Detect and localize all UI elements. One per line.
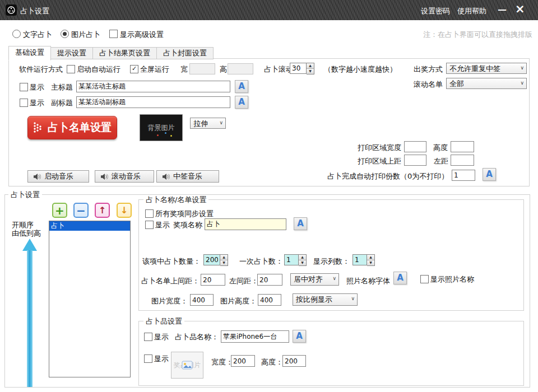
screen-height-input[interactable]: [228, 63, 253, 74]
tab-result-page-settings[interactable]: 占卜结果页设置: [93, 47, 157, 59]
prize-name-font-button[interactable]: A: [294, 217, 307, 230]
columns-input[interactable]: [353, 254, 367, 265]
prize-image-width-input[interactable]: [231, 355, 255, 367]
prize-image-button[interactable]: 奖品图片: [171, 352, 203, 379]
spin-down-icon[interactable]: ▼: [299, 260, 306, 265]
print-left-label: 左距: [434, 156, 448, 166]
spin-down-icon[interactable]: ▼: [220, 260, 228, 265]
spin-up-icon[interactable]: ▲: [220, 255, 228, 260]
sync-all-checkbox[interactable]: [145, 209, 154, 218]
show-main-title-checkbox[interactable]: [20, 83, 28, 91]
thumb-speck: [170, 135, 172, 137]
scroll-speed-input[interactable]: [290, 63, 307, 74]
set-password-menu[interactable]: 设置密码: [421, 6, 450, 16]
dots-arrow-icon: [33, 121, 43, 134]
show-prize-name-label[interactable]: 显示: [155, 220, 170, 230]
tab-hint-settings[interactable]: 提示设置: [51, 47, 93, 59]
tab-basic-settings[interactable]: 基础设置: [8, 46, 51, 60]
fullscreen-label[interactable]: 全屏运行: [140, 64, 169, 74]
show-photo-name-label[interactable]: 显示照片名称: [430, 274, 474, 284]
image-width-input[interactable]: [190, 294, 214, 306]
name-list-settings-button[interactable]: 占卜名单设置: [27, 116, 117, 139]
move-up-button[interactable]: ↑: [95, 203, 110, 218]
prize-item-group-legend: 占卜品设置: [143, 316, 184, 326]
background-image-thumbnail[interactable]: 背景图片: [140, 114, 183, 141]
minimize-button[interactable]: —: [498, 4, 507, 15]
print-copies-input[interactable]: [452, 170, 475, 181]
prize-mode-select[interactable]: 不允许重复中签 ∨: [446, 63, 527, 74]
radio-text-mode-label[interactable]: 文字占卜: [23, 30, 52, 40]
remove-item-button[interactable]: −: [73, 203, 89, 218]
scroll-speed-spin-buttons[interactable]: ▲ ▼: [307, 63, 314, 74]
show-photo-name-checkbox[interactable]: [420, 275, 429, 283]
top-margin-input[interactable]: [201, 274, 225, 286]
photo-name-font-button[interactable]: A: [393, 272, 407, 284]
radio-text-mode[interactable]: [12, 30, 21, 38]
startup-music-button[interactable]: 启动音乐: [27, 170, 89, 183]
scale-mode-select[interactable]: 按比例显示 ∨: [293, 293, 358, 306]
thumb-speck: [157, 134, 159, 136]
radio-image-mode[interactable]: [61, 30, 69, 38]
print-left-input[interactable]: [451, 155, 474, 166]
draw-order-line1: 开顺序: [12, 221, 41, 229]
print-font-button[interactable]: A: [483, 168, 496, 181]
advanced-settings-label[interactable]: 显示高级设置: [120, 30, 164, 40]
thumb-speck: [165, 132, 166, 134]
sync-all-label[interactable]: 所有奖项同步设置: [155, 209, 214, 219]
spin-up-icon[interactable]: ▲: [307, 63, 314, 69]
show-prize-item-label[interactable]: 显示: [154, 332, 169, 342]
align-select[interactable]: 居中对齐 ∨: [290, 273, 339, 286]
list-item[interactable]: 占卜: [49, 221, 130, 231]
left-margin-input[interactable]: [257, 274, 282, 286]
per-draw-input[interactable]: [284, 254, 299, 265]
draw-count-spin-buttons[interactable]: ▲ ▼: [220, 254, 228, 266]
rolling-music-button[interactable]: 滚动音乐: [95, 170, 154, 183]
spin-down-icon[interactable]: ▼: [307, 69, 314, 74]
print-top-input[interactable]: [404, 155, 426, 166]
show-sub-title-label[interactable]: 显示: [30, 98, 44, 108]
move-down-button[interactable]: ↓: [117, 203, 132, 218]
show-prize-image-label[interactable]: 显示: [154, 354, 169, 364]
spin-up-icon[interactable]: ▲: [367, 255, 374, 260]
show-prize-item-checkbox[interactable]: [144, 333, 152, 341]
prize-list[interactable]: 占卜: [49, 221, 131, 377]
help-menu[interactable]: 使用帮助: [457, 6, 486, 16]
print-height-input[interactable]: [451, 141, 474, 152]
sub-title-font-button[interactable]: A: [235, 96, 248, 109]
main-title-input[interactable]: [76, 81, 230, 92]
autorun-checkbox[interactable]: [67, 65, 75, 73]
close-button[interactable]: ×: [515, 2, 525, 16]
top-margin-label: 占卜名单上间距：: [141, 276, 200, 286]
spin-down-icon[interactable]: ▼: [367, 260, 374, 265]
roll-list-select[interactable]: 全部 ∨: [446, 78, 527, 89]
prize-item-name-input[interactable]: [221, 330, 289, 343]
print-copies-label: 占卜完成自动打印份数（0为不打印）: [327, 171, 448, 181]
spin-up-icon[interactable]: ▲: [299, 255, 306, 260]
prize-name-input[interactable]: [205, 218, 286, 230]
speaker-icon: [33, 173, 41, 180]
add-item-button[interactable]: +: [52, 203, 67, 218]
winner-music-button[interactable]: 中签音乐: [156, 170, 219, 183]
tab-cover-settings[interactable]: 占卜封面设置: [157, 47, 214, 59]
show-prize-image-checkbox[interactable]: [144, 354, 152, 363]
main-title-font-button[interactable]: A: [235, 80, 248, 93]
scroll-speed-spinner: ▲ ▼: [290, 63, 314, 74]
screen-width-input[interactable]: [189, 63, 215, 74]
image-height-input[interactable]: [258, 294, 281, 306]
chevron-down-icon: ∨: [332, 276, 336, 281]
show-main-title-label[interactable]: 显示: [30, 82, 44, 92]
print-width-input[interactable]: [404, 141, 426, 152]
fullscreen-checkbox[interactable]: ✓: [130, 65, 138, 73]
prize-image-height-input[interactable]: [282, 355, 306, 367]
prize-item-font-button[interactable]: A: [293, 330, 306, 343]
sub-title-input[interactable]: [76, 96, 230, 108]
radio-image-mode-label[interactable]: 图片占卜: [71, 30, 100, 40]
advanced-settings-checkbox[interactable]: [109, 30, 118, 38]
bg-stretch-select[interactable]: 拉伸 ∨: [190, 118, 226, 129]
show-sub-title-checkbox[interactable]: [20, 99, 28, 107]
columns-spin-buttons[interactable]: ▲ ▼: [367, 254, 375, 266]
draw-count-input[interactable]: [203, 254, 220, 265]
show-prize-name-checkbox[interactable]: [145, 221, 154, 229]
per-draw-spin-buttons[interactable]: ▲ ▼: [299, 254, 307, 266]
autorun-label[interactable]: 启动自动运行: [77, 64, 120, 74]
